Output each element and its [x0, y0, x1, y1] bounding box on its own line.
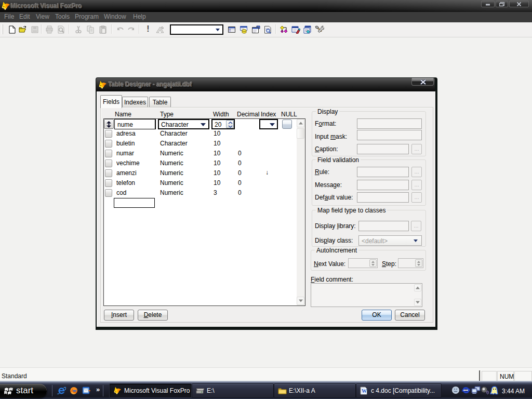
- svg-text:W: W: [362, 388, 367, 394]
